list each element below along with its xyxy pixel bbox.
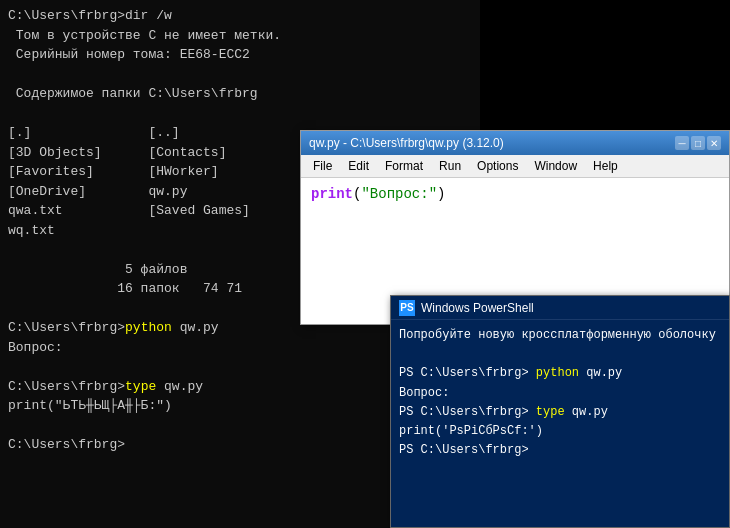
- cmd-line-5: Содержимое папки C:\Users\frbrg: [8, 84, 472, 104]
- idle-menubar: File Edit Format Run Options Window Help: [301, 155, 729, 178]
- idle-menu-options[interactable]: Options: [469, 157, 526, 175]
- idle-menu-help[interactable]: Help: [585, 157, 626, 175]
- ps-line-2: [399, 345, 721, 364]
- ps-line-1: Попробуйте новую кроссплатформенную обол…: [399, 326, 721, 345]
- ps-line-7: PS C:\Users\frbrg>: [399, 441, 721, 460]
- idle-maximize-button[interactable]: □: [691, 136, 705, 150]
- idle-keyword-print: print: [311, 186, 353, 202]
- idle-menu-window[interactable]: Window: [526, 157, 585, 175]
- idle-string: "Вопрос:": [361, 186, 437, 202]
- ps-line-3: PS C:\Users\frbrg> python qw.py: [399, 364, 721, 383]
- idle-menu-edit[interactable]: Edit: [340, 157, 377, 175]
- idle-minimize-button[interactable]: ─: [675, 136, 689, 150]
- idle-titlebar: qw.py - C:\Users\frbrg\qw.py (3.12.0) ─ …: [301, 131, 729, 155]
- idle-close-button[interactable]: ✕: [707, 136, 721, 150]
- ps-title: Windows PowerShell: [421, 301, 534, 315]
- ps-line-5: PS C:\Users\frbrg> type qw.py: [399, 403, 721, 422]
- ps-line-6: print('PsPiCбPsCf:'): [399, 422, 721, 441]
- cmd-line-6: [8, 104, 472, 124]
- cmd-line-4: [8, 65, 472, 85]
- idle-titlebar-buttons: ─ □ ✕: [675, 136, 721, 150]
- powershell-window: PS Windows PowerShell Попробуйте новую к…: [390, 295, 730, 528]
- idle-title: qw.py - C:\Users\frbrg\qw.py (3.12.0): [309, 136, 504, 150]
- cmd-line-1: C:\Users\frbrg>dir /w: [8, 6, 472, 26]
- cmd-line-3: Серийный номер тома: EE68-ECC2: [8, 45, 472, 65]
- ps-content: Попробуйте новую кроссплатформенную обол…: [391, 320, 729, 527]
- idle-menu-file[interactable]: File: [305, 157, 340, 175]
- ps-line-4: Вопрос:: [399, 384, 721, 403]
- idle-code-paren-close: ): [437, 186, 445, 202]
- ps-icon: PS: [399, 300, 415, 316]
- idle-menu-format[interactable]: Format: [377, 157, 431, 175]
- cmd-line-2: Том в устройстве C не имеет метки.: [8, 26, 472, 46]
- ps-titlebar: PS Windows PowerShell: [391, 296, 729, 320]
- idle-menu-run[interactable]: Run: [431, 157, 469, 175]
